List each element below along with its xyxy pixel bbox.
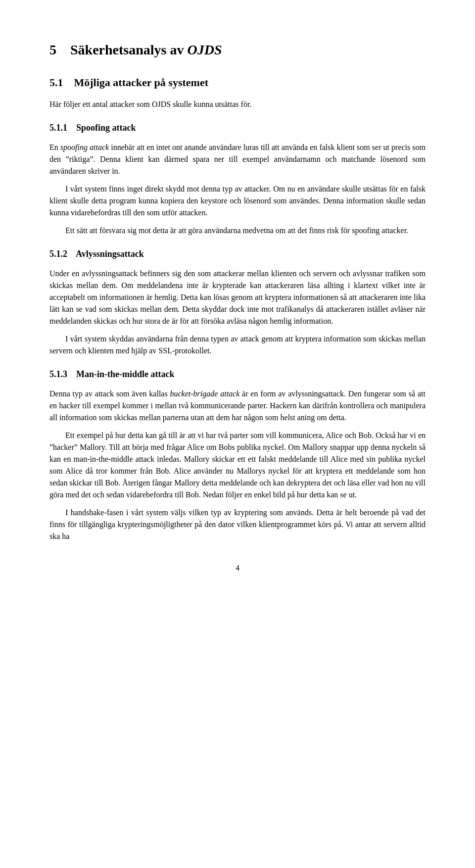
subsection-513-para1: Denna typ av attack som även kallas buck… <box>49 388 426 424</box>
chapter-title: 5 Säkerhetsanalys av OJDS <box>49 40 426 60</box>
subsection-512-para1: Under en avlyssningsattack befinners sig… <box>49 268 426 327</box>
subsection-511-title: 5.1.1 Spoofing attack <box>49 121 426 135</box>
section-511-title: 5.1 Möjliga attacker på systemet <box>49 74 426 91</box>
subsection-511-para1: En spoofing attack innebär att en intet … <box>49 142 426 177</box>
page: 5 Säkerhetsanalys av OJDS 5.1 Möjliga at… <box>0 0 475 868</box>
chapter-title-prefix: Säkerhetsanalys av <box>70 42 187 57</box>
chapter-title-italic: OJDS <box>187 42 222 57</box>
subsection-511-para2: I vårt system finns inget direkt skydd m… <box>49 183 426 219</box>
subsection-512-title: 5.1.2 Avlyssningsattack <box>49 247 426 261</box>
page-number: 4 <box>49 562 426 574</box>
subsection-511-para3: Ett sätt att försvara sig mot detta är a… <box>49 225 426 237</box>
subsection-513-title: 5.1.3 Man-in-the-middle attack <box>49 368 426 381</box>
subsection-513-para3: I handshake-fasen i vårt system väljs vi… <box>49 507 426 542</box>
chapter-number: 5 <box>49 42 56 57</box>
subsection-513-para2: Ett exempel på hur detta kan gå till är … <box>49 430 426 501</box>
subsection-512-para2: I vårt system skyddas användarna från de… <box>49 333 426 357</box>
section-511-intro: Här följer ett antal attacker som OJDS s… <box>49 98 426 110</box>
